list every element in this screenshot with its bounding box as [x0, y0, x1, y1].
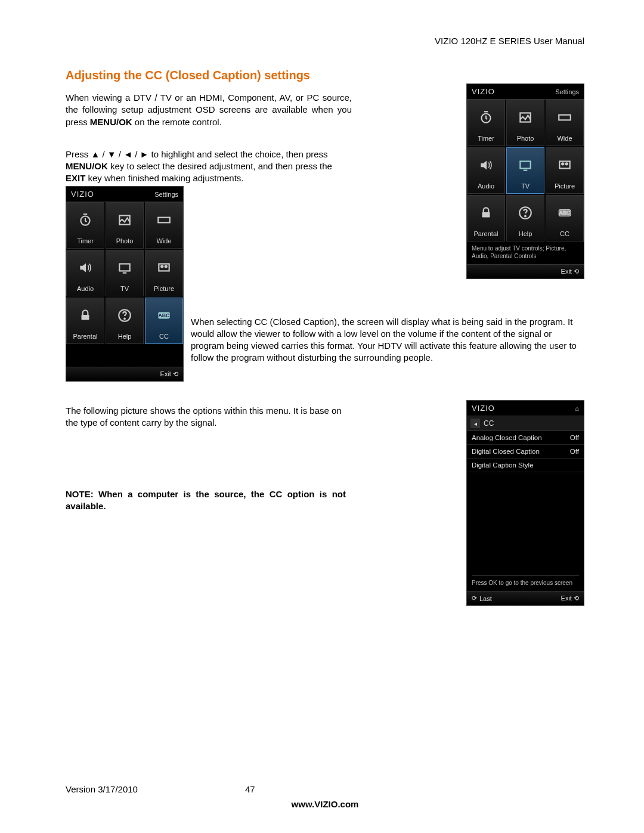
footer-url: www.VIZIO.com	[66, 799, 584, 809]
osd-cell-audio[interactable]: Audio	[467, 147, 505, 194]
osd-brand: VIZIO	[472, 87, 495, 96]
photo-icon	[518, 100, 533, 135]
exit-arrow-icon: ⟲	[574, 268, 579, 275]
osd-cell-label: Wide	[557, 135, 572, 142]
help-icon	[117, 298, 132, 333]
osd-cell-photo[interactable]: Photo	[106, 202, 144, 249]
osd-cell-timer[interactable]: Timer	[467, 100, 505, 146]
osd-cell-photo[interactable]: Photo	[506, 100, 544, 146]
cc-icon: ABC	[156, 298, 172, 333]
svg-point-5	[562, 163, 564, 165]
osd-cell-timer[interactable]: Timer	[66, 202, 104, 249]
last-arrow-icon: ⟳	[472, 594, 477, 602]
svg-rect-14	[158, 218, 170, 223]
osd-exit-button[interactable]: Exit ⟲	[160, 370, 178, 378]
lock-icon	[78, 298, 93, 333]
lock-icon	[478, 196, 494, 230]
back-arrow-icon[interactable]: ◂	[470, 419, 480, 428]
osd-exit-button[interactable]: Exit ⟲	[561, 594, 579, 602]
picture-icon	[557, 148, 572, 182]
wide-icon	[156, 203, 172, 237]
svg-rect-16	[159, 264, 169, 271]
osd-cell-label: Audio	[77, 285, 94, 292]
osd-titlebar: VIZIO ⌂	[467, 401, 584, 416]
osd-brand: VIZIO	[71, 190, 94, 199]
osd-cell-wide[interactable]: Wide	[145, 202, 183, 249]
osd-cc-option-row[interactable]: Analog Closed Caption Off	[467, 431, 584, 445]
osd-status-text: Menu to adjust TV controls; Picture, Aud…	[467, 241, 584, 265]
osd-cell-cc[interactable]: ABC CC	[546, 195, 584, 241]
osd-cell-label: Help	[118, 333, 132, 340]
osd-cell-label: Timer	[77, 237, 94, 244]
audio-icon	[478, 148, 494, 182]
osd-cell-audio[interactable]: Audio	[66, 250, 104, 296]
intro-paragraph: When viewing a DTV / TV or an HDMI, Comp…	[66, 92, 352, 128]
osd-last-button[interactable]: ⟳Last	[472, 594, 492, 602]
photo-icon	[117, 203, 132, 237]
osd-cell-picture[interactable]: Picture	[145, 250, 183, 296]
osd-cell-tv[interactable]: TV	[506, 147, 544, 194]
svg-point-17	[161, 265, 163, 267]
svg-rect-4	[559, 162, 569, 169]
clock-icon	[78, 203, 93, 237]
osd-exit-bar: Exit ⟲	[467, 264, 584, 278]
svg-point-6	[566, 163, 568, 165]
note-paragraph: NOTE: When a computer is the source, the…	[66, 488, 346, 513]
osd-cell-parental[interactable]: Parental	[66, 298, 104, 344]
svg-point-9	[525, 216, 526, 217]
osd-brand: VIZIO	[472, 404, 495, 413]
osd-cell-help[interactable]: Help	[506, 195, 544, 241]
row-label: Digital Closed Caption	[472, 448, 540, 455]
cc-description-paragraph: When selecting CC (Closed Caption), the …	[191, 316, 584, 364]
osd-settings-cc-selected: VIZIO Settings Timer Photo Wide	[66, 186, 184, 382]
row-label: Digital Caption Style	[472, 462, 534, 469]
help-icon	[518, 196, 533, 230]
svg-rect-2	[559, 115, 571, 120]
osd-grid: Timer Photo Wide Audio	[66, 202, 183, 344]
osd-title-right: Settings	[154, 191, 178, 198]
osd-exit-bar: ⟳Last Exit ⟲	[467, 591, 584, 605]
svg-rect-19	[82, 315, 89, 320]
osd-title-right: Settings	[555, 88, 579, 95]
osd-cc-option-row[interactable]: Digital Closed Caption Off	[467, 445, 584, 459]
section-heading: Adjusting the CC (Closed Caption) settin…	[66, 69, 584, 82]
osd-cell-label: Parental	[474, 230, 499, 237]
exit-arrow-icon: ⟲	[574, 594, 579, 602]
osd-cell-label: CC	[159, 333, 169, 340]
osd-cell-label: Photo	[116, 237, 134, 244]
osd-submenu-header: ◂ CC	[467, 416, 584, 431]
osd-cell-cc[interactable]: ABC CC	[145, 298, 183, 344]
footer-page-number: 47	[245, 784, 255, 794]
osd-exit-button[interactable]: Exit ⟲	[561, 268, 579, 275]
osd-cell-label: Picture	[154, 285, 174, 292]
picture-icon	[156, 250, 172, 285]
osd-cell-label: Audio	[478, 182, 494, 190]
osd-cell-picture[interactable]: Picture	[546, 147, 584, 194]
osd-cell-tv[interactable]: TV	[106, 250, 144, 296]
osd-cell-wide[interactable]: Wide	[546, 100, 584, 146]
footer-version: Version 3/17/2010	[66, 784, 138, 794]
osd-cell-label: Picture	[555, 182, 575, 190]
osd-hint-text: Press OK to go to the previous screen	[472, 575, 579, 586]
doc-title: VIZIO 120HZ E SERIES User Manual	[435, 36, 584, 46]
svg-text:ABC: ABC	[159, 312, 171, 318]
svg-point-18	[165, 265, 167, 267]
osd-submenu-title: CC	[484, 419, 494, 428]
row-value: Off	[570, 434, 579, 441]
osd-exit-bar: Exit ⟲	[66, 367, 183, 381]
svg-text:ABC: ABC	[559, 210, 571, 216]
osd-cc-option-row[interactable]: Digital Caption Style	[467, 459, 584, 472]
osd-cell-parental[interactable]: Parental	[467, 195, 505, 241]
tv-icon	[518, 148, 533, 182]
clock-icon	[478, 100, 494, 135]
osd-titlebar: VIZIO Settings	[66, 187, 183, 202]
home-icon[interactable]: ⌂	[575, 405, 579, 412]
manual-page: VIZIO 120HZ E SERIES User Manual Adjusti…	[0, 0, 644, 833]
osd-cc-options-list: Analog Closed Caption Off Digital Closed…	[467, 431, 584, 472]
osd-cell-label: Parental	[73, 333, 98, 340]
osd-cell-label: TV	[521, 182, 530, 190]
osd-cell-label: TV	[120, 285, 129, 292]
exit-arrow-icon: ⟲	[173, 370, 178, 377]
osd-cell-help[interactable]: Help	[106, 298, 144, 344]
options-description-paragraph: The following picture shows the options …	[66, 405, 346, 429]
